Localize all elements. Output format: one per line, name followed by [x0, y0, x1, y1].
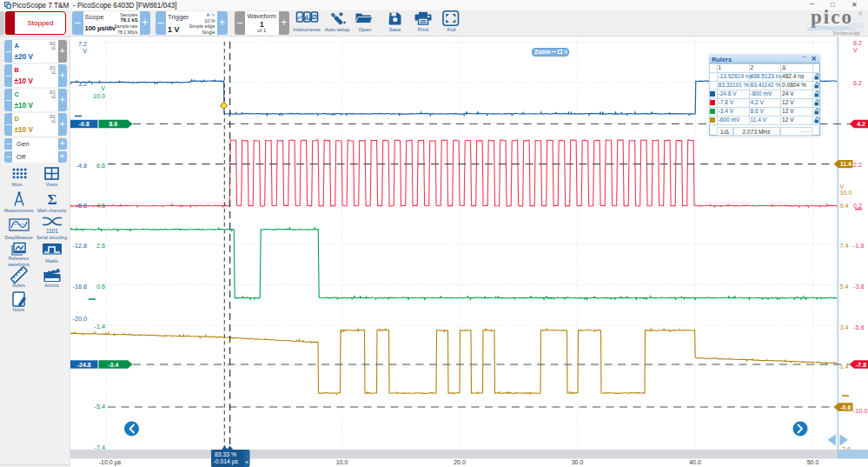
svg-text:-10.0 µs: -10.0 µs — [99, 459, 122, 466]
svg-text:0.2: 0.2 — [853, 202, 862, 210]
svg-text:11.4: 11.4 — [840, 161, 851, 167]
svg-text:V: V — [853, 46, 858, 54]
svg-text:-0.6: -0.6 — [840, 404, 851, 410]
svg-text:4.6: 4.6 — [96, 202, 105, 210]
svg-text:20.0: 20.0 — [454, 459, 466, 465]
svg-text:-3.4: -3.4 — [108, 362, 118, 368]
svg-text:83.33 %: 83.33 % — [215, 451, 236, 457]
svg-text:8.6: 8.6 — [109, 121, 117, 127]
svg-text:V: V — [83, 47, 87, 55]
svg-text:-12.8: -12.8 — [73, 242, 87, 250]
svg-text:-0.8: -0.8 — [79, 121, 89, 127]
svg-text:10.0: 10.0 — [840, 189, 852, 197]
svg-text:6.6: 6.6 — [96, 162, 105, 170]
svg-text:s: s — [246, 459, 248, 464]
svg-text:7.4: 7.4 — [840, 242, 849, 250]
svg-text:5.4: 5.4 — [840, 283, 849, 290]
svg-text:-0.014 µs: -0.014 µs — [214, 458, 239, 465]
svg-text:-5.4: -5.4 — [95, 403, 105, 410]
svg-text:1.4: 1.4 — [840, 363, 849, 370]
svg-text:-3.8: -3.8 — [853, 283, 864, 290]
svg-text:40.0: 40.0 — [689, 459, 701, 465]
svg-text:-7.8: -7.8 — [856, 362, 866, 368]
svg-text:9.4: 9.4 — [840, 202, 849, 210]
svg-text:Σ: Σ — [47, 190, 56, 207]
svg-text:-4.8: -4.8 — [76, 162, 87, 170]
svg-text:4.2: 4.2 — [857, 121, 865, 127]
svg-text:-24.8: -24.8 — [77, 362, 91, 368]
svg-text:-10.0: -10.0 — [853, 407, 867, 415]
svg-text:-20.0: -20.0 — [73, 315, 87, 323]
svg-text:2.2: 2.2 — [853, 161, 862, 169]
svg-text:2.6: 2.6 — [96, 242, 105, 250]
svg-text:-16.8: -16.8 — [73, 283, 87, 290]
svg-text:3.2: 3.2 — [78, 80, 87, 88]
svg-text:V: V — [101, 84, 105, 92]
svg-text:-1.4: -1.4 — [95, 323, 105, 330]
svg-text:-8.8: -8.8 — [76, 202, 87, 210]
svg-text:10.0: 10.0 — [336, 459, 348, 465]
svg-text:-1.8: -1.8 — [853, 242, 864, 250]
svg-text:1101: 1101 — [46, 227, 58, 233]
svg-text:30.0: 30.0 — [572, 459, 584, 465]
svg-text:10.0: 10.0 — [93, 92, 105, 100]
svg-text:6.2: 6.2 — [853, 79, 862, 87]
svg-text:0.6: 0.6 — [96, 283, 105, 290]
svg-text:3.4: 3.4 — [840, 324, 849, 331]
svg-text:50.0: 50.0 — [807, 459, 819, 465]
svg-text:-5.8: -5.8 — [853, 324, 864, 331]
